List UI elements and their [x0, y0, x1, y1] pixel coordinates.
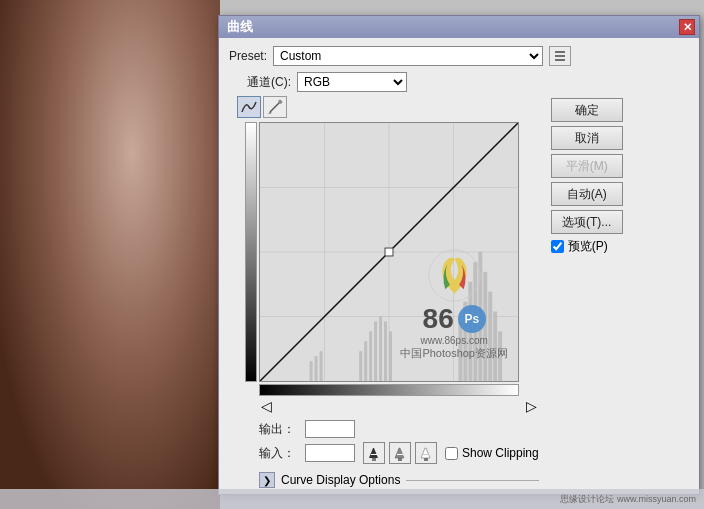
show-clipping-row: Show Clipping: [445, 446, 539, 460]
channel-select[interactable]: RGB Red Green Blue: [297, 72, 407, 92]
input-value-box[interactable]: [305, 444, 355, 462]
curve-canvas-area[interactable]: 86 Ps www.86ps.com 中国Photoshop资源网: [259, 122, 519, 382]
preset-settings-icon[interactable]: [549, 46, 571, 66]
curve-tools: [237, 96, 287, 118]
logo-ps: Ps: [458, 305, 486, 333]
preview-row: 预览(P): [551, 238, 623, 255]
io-section: 输出： 输入：: [259, 420, 539, 464]
gray-point-eyedropper[interactable]: [389, 442, 411, 464]
logo-url: www.86ps.com: [421, 335, 488, 346]
auto-button[interactable]: 自动(A): [551, 182, 623, 206]
expand-options-button[interactable]: ❯: [259, 472, 275, 488]
svg-rect-37: [397, 454, 403, 455]
watermark-text: 思缘设计论坛 www.missyuan.com: [560, 493, 696, 506]
bottom-bar: 思缘设计论坛 www.missyuan.com: [0, 489, 704, 509]
output-label: 输出：: [259, 421, 299, 438]
channel-row: 通道(C): RGB Red Green Blue: [247, 72, 539, 92]
curve-display-options-label: Curve Display Options: [281, 473, 400, 487]
input-row: 输入：: [259, 444, 355, 462]
eyedropper-tools: [363, 442, 437, 464]
svg-rect-32: [385, 248, 393, 256]
dialog-body: Preset: Custom 通道(C): RGB: [219, 38, 699, 496]
tools-row: [233, 96, 539, 118]
white-point-eyedropper[interactable]: [415, 442, 437, 464]
show-clipping-checkbox[interactable]: [445, 447, 458, 460]
svg-rect-34: [371, 454, 377, 455]
vertical-gradient-bar: [245, 122, 257, 382]
dialog-title: 曲线: [227, 18, 253, 36]
options-divider: [406, 480, 538, 481]
background-image: [0, 0, 220, 509]
output-row: 输出：: [259, 420, 539, 438]
preset-label: Preset:: [229, 49, 267, 63]
preset-row: Preset: Custom: [229, 46, 689, 66]
dialog-title-bar: 曲线 ✕: [219, 16, 699, 38]
show-clipping-label[interactable]: Show Clipping: [462, 446, 539, 460]
curve-area-wrapper: 86 Ps www.86ps.com 中国Photoshop资源网 ◁ ▷: [259, 122, 539, 488]
logo-overlay: 86 Ps www.86ps.com 中国Photoshop资源网: [400, 248, 508, 361]
preset-select[interactable]: Custom: [273, 46, 543, 66]
pencil-tool-button[interactable]: [263, 96, 287, 118]
svg-marker-4: [268, 112, 272, 114]
svg-rect-40: [423, 454, 429, 455]
logo-number: 86: [423, 303, 454, 335]
logo-svg: [427, 248, 482, 303]
gradient-arrows: ◁ ▷: [259, 398, 539, 414]
preview-label[interactable]: 预览(P): [568, 238, 608, 255]
curve-tool-button[interactable]: [237, 96, 261, 118]
preview-checkbox[interactable]: [551, 240, 564, 253]
smooth-button[interactable]: 平滑(M): [551, 154, 623, 178]
left-arrow[interactable]: ◁: [261, 398, 272, 414]
curves-dialog: 曲线 ✕ Preset: Custom 通道(C: [218, 15, 700, 495]
input-eyedropper-row: 输入：: [259, 442, 539, 464]
channel-label: 通道(C):: [247, 74, 291, 91]
close-button[interactable]: ✕: [679, 19, 695, 35]
logo-cn-name: 中国Photoshop资源网: [400, 346, 508, 361]
options-button[interactable]: 选项(T)...: [551, 210, 623, 234]
svg-line-3: [270, 102, 280, 112]
curve-display-options-row: ❯ Curve Display Options: [259, 472, 539, 488]
input-label: 输入：: [259, 445, 299, 462]
black-point-eyedropper[interactable]: [363, 442, 385, 464]
output-value-box[interactable]: [305, 420, 355, 438]
cancel-button[interactable]: 取消: [551, 126, 623, 150]
right-arrow[interactable]: ▷: [526, 398, 537, 414]
right-buttons-panel: 确定 取消 平滑(M) 自动(A) 选项(T)... 预览(P): [551, 98, 623, 255]
ok-button[interactable]: 确定: [551, 98, 623, 122]
horizontal-gradient-bar: [259, 384, 519, 396]
